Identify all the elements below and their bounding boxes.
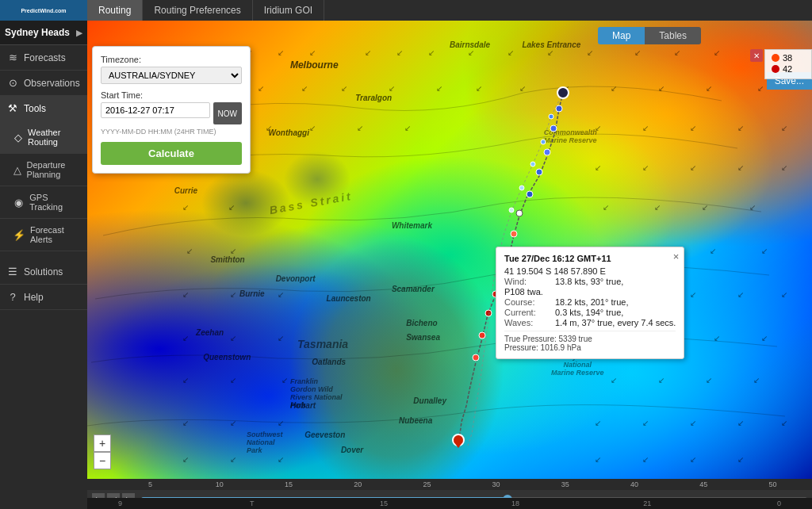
solutions-icon: ☰ xyxy=(6,266,19,277)
tooltip-pressure2: Pressure: 1016.9 hPa xyxy=(504,343,676,352)
routing-panel: Timezone: AUSTRALIA/SYDNEY Start Time: N… xyxy=(92,46,251,174)
gps-icon: ◉ xyxy=(13,197,25,209)
tl-20: 20 xyxy=(324,480,393,488)
sidebar-item-departure-planning[interactable]: △ Departure Planning xyxy=(0,154,87,186)
sidebar: Sydney Heads ▶ ≋ Forecasts ⊙ Observation… xyxy=(0,21,87,509)
time-21: 21 xyxy=(615,499,680,507)
time-15: 15 xyxy=(350,499,416,507)
timeline-time-labels: 9 T 15 18 21 0 xyxy=(87,498,812,509)
map-button[interactable]: Map xyxy=(598,27,645,44)
timeline-numbers: 5 10 15 20 25 30 35 40 45 50 xyxy=(87,479,812,490)
sidebar-item-gps-tracking[interactable]: ◉ GPS Tracking xyxy=(0,186,87,219)
sidebar-item-forecasts[interactable]: ≋ Forecasts xyxy=(0,45,87,71)
timezone-label: Timezone: xyxy=(101,55,242,64)
tab-routing-preferences[interactable]: Routing Preferences xyxy=(143,0,252,21)
tl-30: 30 xyxy=(462,480,530,488)
tooltip-current-value: 0.3 kts, 194° true, xyxy=(555,308,623,317)
sidebar-header[interactable]: Sydney Heads ▶ xyxy=(0,21,87,45)
time-T: T xyxy=(219,499,285,507)
chevron-right-icon: ▶ xyxy=(76,29,82,37)
alert-icon: ⚡ xyxy=(13,229,25,241)
close-legend-button[interactable]: ✕ xyxy=(750,49,763,62)
tl-45: 45 xyxy=(669,480,738,488)
tooltip-course-row: Course: 18.2 kts, 201° true, xyxy=(504,297,676,307)
time-0: 0 xyxy=(746,499,812,507)
tl-40: 40 xyxy=(599,480,668,488)
main-area: Sydney Heads ▶ ≋ Forecasts ⊙ Observation… xyxy=(0,21,812,509)
obs-icon: ⊙ xyxy=(6,77,19,89)
map-toggle: Map Tables xyxy=(598,27,701,44)
tl-50: 50 xyxy=(738,480,807,488)
sidebar-item-forecast-alerts[interactable]: ⚡ Forecast Alerts xyxy=(0,219,87,251)
tooltip-pressure1: True Pressure: 5339 true xyxy=(504,335,676,343)
timezone-select[interactable]: AUSTRALIA/SYDNEY xyxy=(101,67,242,84)
tooltip-wind-value: 13.8 kts, 93° true, xyxy=(555,277,623,286)
departure-icon: △ xyxy=(13,164,22,176)
tooltip-twa: P108 twa. xyxy=(504,287,543,297)
start-time-label: Start Time: xyxy=(101,90,242,100)
time-hint: YYYY-MM-DD HH:MM (24HR TIME) xyxy=(101,128,242,136)
sidebar-item-solutions[interactable]: ☰ Solutions xyxy=(0,259,87,285)
tooltip-current-label: Current: xyxy=(504,308,552,317)
tooltip-title: Tue 27/Dec 16:12 GMT+11 xyxy=(504,254,676,263)
tl-25: 25 xyxy=(393,480,462,488)
tl-5: 5 xyxy=(116,480,185,488)
tables-button[interactable]: Tables xyxy=(645,27,701,44)
zoom-out-button[interactable]: − xyxy=(94,452,111,469)
tooltip-waves-row: Waves: 1.4 m, 37° true, every 7.4 secs. xyxy=(504,318,676,327)
tooltip-course-label: Course: xyxy=(504,297,552,307)
zoom-controls: + − xyxy=(94,434,111,469)
tooltip-twa-row: P108 twa. xyxy=(504,287,676,297)
tl-35: 35 xyxy=(530,480,599,488)
wave-icon: ≋ xyxy=(6,52,19,63)
sidebar-item-help[interactable]: ? Help xyxy=(0,285,87,310)
legend-panel: 38 42 xyxy=(764,49,812,79)
legend-dot-42 xyxy=(772,65,779,73)
tooltip-wind-row: Wind: 13.8 kts, 93° true, xyxy=(504,277,676,286)
help-icon: ? xyxy=(6,291,19,303)
sidebar-item-observations[interactable]: ⊙ Observations xyxy=(0,71,87,96)
tl-15: 15 xyxy=(254,480,323,488)
now-button[interactable]: NOW xyxy=(213,102,242,124)
tooltip-waves-value: 1.4 m, 37° true, every 7.4 secs. xyxy=(555,318,676,327)
tooltip-extra: True Pressure: 5339 true Pressure: 1016.… xyxy=(504,331,676,352)
map-area[interactable]: ↙ ↙ ↙ ↙ ↙ ↙ ↙ ↙ ↙ ↙ ↙ ↙ ↙ ↙ ↙ ↙ ↙ ↙ ↙ ↙ xyxy=(87,21,812,509)
tl-10: 10 xyxy=(185,480,254,488)
sidebar-item-tools[interactable]: ⚒ Tools xyxy=(0,96,87,121)
tooltip-course-value: 18.2 kts, 201° true, xyxy=(555,297,628,307)
legend-dot-38 xyxy=(772,54,779,62)
map-tooltip: × Tue 27/Dec 16:12 GMT+11 41 19.504 S 14… xyxy=(496,247,684,359)
time-9: 9 xyxy=(87,499,153,507)
tooltip-position-row: 41 19.504 S 148 57.890 E xyxy=(504,266,676,276)
tooltip-current-row: Current: 0.3 kts, 194° true, xyxy=(504,308,676,317)
legend-row-38: 38 xyxy=(772,53,805,63)
logo: PredictWind.com xyxy=(0,0,87,21)
tools-icon: ⚒ xyxy=(6,102,19,114)
start-time-row: NOW xyxy=(101,102,242,124)
routing-icon: ◇ xyxy=(13,132,23,144)
legend-row-42: 42 xyxy=(772,64,805,74)
time-18: 18 xyxy=(483,499,549,507)
tooltip-wind-label: Wind: xyxy=(504,277,552,286)
tooltip-position: 41 19.504 S 148 57.890 E xyxy=(504,266,606,276)
tab-iridium-goi[interactable]: Iridium GOI xyxy=(253,0,324,21)
start-time-input[interactable] xyxy=(101,102,210,118)
tooltip-close-button[interactable]: × xyxy=(673,251,680,262)
tooltip-waves-label: Waves: xyxy=(504,318,552,327)
tab-routing[interactable]: Routing xyxy=(87,0,143,21)
calculate-button[interactable]: Calculate xyxy=(101,142,242,165)
zoom-in-button[interactable]: + xyxy=(94,434,111,452)
top-nav: PredictWind.com Routing Routing Preferen… xyxy=(0,0,812,21)
sidebar-item-weather-routing[interactable]: ◇ Weather Routing xyxy=(0,121,87,154)
nav-tabs: Routing Routing Preferences Iridium GOI xyxy=(87,0,324,21)
